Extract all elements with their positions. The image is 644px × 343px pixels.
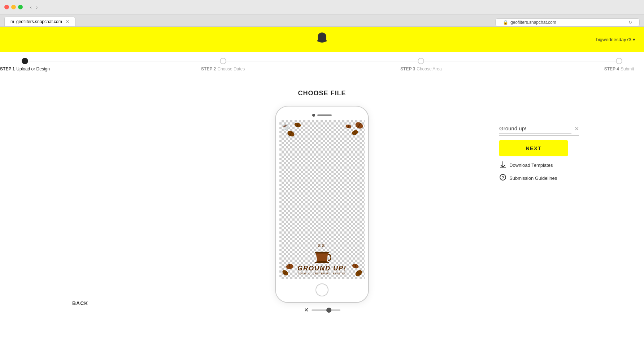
steam-icon: ƨƨ	[318, 242, 326, 248]
phone-section: ☕	[275, 106, 369, 313]
step-2-circle	[220, 58, 226, 64]
svg-point-19	[315, 261, 329, 263]
ground-up-address: 100 GLOUCESTER RD, BRISTOL	[298, 272, 346, 275]
filter-name-input[interactable]	[499, 124, 571, 134]
guidelines-icon: ?	[499, 174, 506, 182]
nav-arrows: ‹ ›	[29, 4, 39, 11]
step-4-label: STEP 4 Submit	[604, 66, 634, 71]
coffee-bean-bl2	[285, 262, 294, 272]
clear-filter-name-button[interactable]: ✕	[574, 125, 579, 132]
svg-text:?: ?	[502, 176, 504, 180]
step-4: STEP 4 Submit	[616, 58, 622, 64]
site-header: bigwednesday73 ▾	[0, 27, 644, 52]
download-icon	[499, 161, 506, 169]
phone-screen: ☕	[279, 120, 365, 279]
step-3-num: STEP 3	[400, 66, 415, 71]
step-connector-2	[226, 61, 418, 61]
ground-up-logo: ƨƨ	[297, 242, 347, 275]
back-nav-button[interactable]: ‹	[29, 4, 33, 11]
step-1-circle	[22, 58, 28, 64]
phone-home-button[interactable]	[316, 283, 328, 296]
tab-bar: m geofilters.snapchat.com ✕ 🔒 geofilters…	[0, 14, 644, 27]
submission-guidelines-link[interactable]: ? Submission Guidelines	[499, 174, 557, 182]
main-content: CHOOSE FILE ☕	[0, 79, 644, 343]
browser-chrome: ‹ ›	[0, 0, 644, 14]
bottom-overlay-area: ƨƨ	[279, 238, 365, 279]
step-3-circle	[418, 58, 424, 64]
minimize-button[interactable]	[11, 5, 16, 9]
step-2-text: Choose Dates	[217, 66, 245, 71]
tab-label: geofilters.snapchat.com	[16, 19, 62, 24]
zoom-slider[interactable]	[312, 309, 340, 311]
forward-nav-button[interactable]: ›	[35, 4, 39, 11]
step-2-label: STEP 2 Choose Dates	[201, 66, 245, 71]
page-title: CHOOSE FILE	[298, 90, 346, 97]
cup-svg	[313, 249, 331, 265]
ground-up-brand: GROUND UP!	[297, 265, 347, 272]
phone-top	[279, 114, 365, 117]
username: bigwednesday73	[596, 37, 631, 42]
step-connector-3	[424, 61, 616, 61]
checker-middle	[279, 151, 365, 238]
download-templates-link[interactable]: Download Templates	[499, 161, 553, 169]
step-connector-1	[28, 61, 220, 61]
address-bar[interactable]: 🔒 geofilters.snapchat.com ↻	[495, 18, 640, 26]
snapchat-logo	[315, 31, 329, 48]
filter-name-wrapper: ✕	[499, 124, 579, 136]
active-tab[interactable]: m geofilters.snapchat.com ✕	[4, 17, 75, 26]
coffee-bean-tl3	[293, 121, 302, 130]
phone-speaker	[317, 114, 332, 116]
step-1-num: STEP 1	[0, 66, 15, 71]
phone-camera	[312, 114, 315, 117]
lock-icon: 🔒	[503, 20, 508, 25]
traffic-lights	[4, 5, 23, 9]
submission-guidelines-label: Submission Guidelines	[509, 175, 557, 181]
step-4-circle	[616, 58, 622, 64]
zoom-controls: ✕	[304, 307, 340, 313]
step-2-num: STEP 2	[201, 66, 216, 71]
step-3-text: Choose Area	[417, 66, 441, 71]
back-button[interactable]: BACK	[72, 300, 88, 306]
download-templates-label: Download Templates	[509, 162, 553, 168]
step-3: STEP 3 Choose Area	[418, 58, 424, 64]
zoom-min-icon: ✕	[304, 307, 309, 313]
coffee-bean-tl2	[285, 129, 296, 139]
next-button[interactable]: NEXT	[499, 140, 568, 156]
dropdown-icon[interactable]: ▾	[633, 37, 635, 42]
right-controls: ✕ NEXT Download Templates	[499, 124, 579, 182]
steps-container: STEP 1 Upload or Design STEP 2 Choose Da…	[0, 52, 644, 79]
reload-icon[interactable]: ↻	[628, 20, 632, 25]
top-overlay-area: ☕	[279, 120, 365, 151]
zoom-thumb	[326, 308, 331, 313]
maximize-button[interactable]	[18, 5, 23, 9]
step-1: STEP 1 Upload or Design	[22, 58, 28, 64]
user-info: bigwednesday73 ▾	[596, 37, 635, 42]
tab-favicon: m	[10, 19, 14, 24]
geofilter-display: ☕	[279, 120, 365, 279]
tab-close-icon[interactable]: ✕	[66, 19, 69, 24]
step-4-text: Submit	[621, 66, 634, 71]
coffee-bean-tr3	[345, 123, 352, 131]
url-text: geofilters.snapchat.com	[510, 20, 556, 25]
step-2: STEP 2 Choose Dates	[220, 58, 226, 64]
step-1-text: Upload or Design	[16, 66, 50, 71]
close-button[interactable]	[4, 5, 9, 9]
svg-rect-18	[315, 252, 329, 253]
step-4-num: STEP 4	[604, 66, 619, 71]
content-area: ☕	[0, 106, 644, 328]
step-3-label: STEP 3 Choose Area	[400, 66, 442, 71]
step-1-label: STEP 1 Upload or Design	[0, 66, 50, 71]
phone-mockup: ☕	[275, 106, 369, 303]
